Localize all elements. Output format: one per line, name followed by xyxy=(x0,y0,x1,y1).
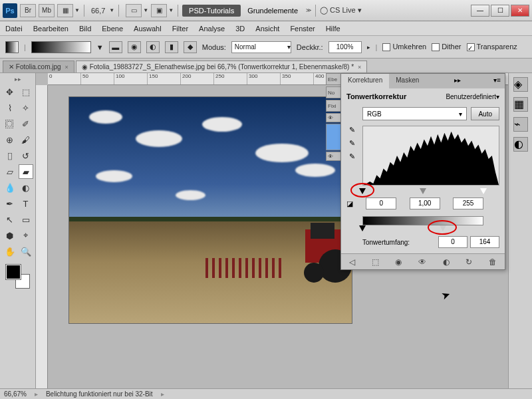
clip-to-layer-icon[interactable]: ◉ xyxy=(395,257,402,267)
move-tool[interactable]: ✥ xyxy=(3,84,17,99)
auto-button[interactable]: Auto xyxy=(471,107,499,120)
preset-dropdown[interactable]: Benutzerdefiniert ▾ xyxy=(446,93,499,100)
toggle-visibility-icon[interactable]: 👁 xyxy=(418,257,426,267)
marquee-tool[interactable]: ⬚ xyxy=(19,84,33,99)
tab-korrekturen[interactable]: Korrekturen xyxy=(341,74,389,88)
gradient-linear-button[interactable]: ▬ xyxy=(109,41,122,53)
blur-tool[interactable]: 💧 xyxy=(3,180,17,195)
trash-icon[interactable]: 🗑 xyxy=(489,257,497,267)
output-white-field[interactable]: 164 xyxy=(470,236,499,248)
input-gamma-slider[interactable] xyxy=(420,188,426,194)
heal-tool[interactable]: ⊕ xyxy=(3,132,17,147)
eyedropper-tool[interactable]: ✐ xyxy=(19,116,33,131)
ruler-vertical[interactable] xyxy=(36,85,48,388)
chevron-down-icon[interactable]: ▼ xyxy=(109,7,114,13)
expand-view-icon[interactable]: ⬚ xyxy=(372,257,379,267)
bridge-button[interactable]: Br xyxy=(20,4,36,17)
menu-ebene[interactable]: Ebene xyxy=(102,25,123,33)
menu-datei[interactable]: Datei xyxy=(5,25,23,33)
adjustments-panel-icon[interactable]: ◐ xyxy=(513,137,528,152)
gradient-preview[interactable] xyxy=(31,41,91,53)
menu-hilfe[interactable]: Hilfe xyxy=(326,25,340,33)
menu-bild[interactable]: Bild xyxy=(79,25,91,33)
menu-filter[interactable]: Filter xyxy=(172,25,188,33)
document-canvas[interactable] xyxy=(69,97,352,323)
maximize-button[interactable]: ☐ xyxy=(491,5,509,17)
reset-icon[interactable]: ↻ xyxy=(466,257,472,267)
workspace-grundelemente[interactable]: Grundelemente xyxy=(241,5,305,17)
3d-camera-tool[interactable]: ⌖ xyxy=(19,228,33,243)
gradient-reflected-button[interactable]: ▮ xyxy=(165,41,178,53)
gradient-angle-button[interactable]: ◐ xyxy=(146,41,160,53)
paths-panel-icon[interactable]: ⌁ xyxy=(513,117,528,132)
input-white-slider[interactable] xyxy=(480,188,487,194)
toolbox-collapse-icon[interactable]: ▸▸ xyxy=(15,76,21,82)
close-icon[interactable]: × xyxy=(65,64,68,70)
eyedropper-black-icon[interactable]: ✎ xyxy=(346,126,357,136)
transparency-checkbox[interactable]: Transparenz xyxy=(467,43,517,51)
chevron-down-icon[interactable]: ▼ xyxy=(74,7,80,13)
gradient-diamond-button[interactable]: ◆ xyxy=(184,41,197,53)
stamp-tool[interactable]: ⌷ xyxy=(3,148,17,163)
type-tool[interactable]: T xyxy=(19,196,33,211)
hand-tool[interactable]: ✋ xyxy=(3,244,17,259)
crop-tool[interactable]: ⿴ xyxy=(3,116,17,131)
brush-tool[interactable]: 🖌 xyxy=(19,132,33,147)
view-extras-button[interactable]: ▦ xyxy=(57,4,73,17)
input-black-slider[interactable] xyxy=(359,188,366,194)
minimize-button[interactable]: — xyxy=(471,5,489,17)
path-tool[interactable]: ↖ xyxy=(3,212,17,227)
color-swatches[interactable] xyxy=(6,265,30,289)
eyedropper-white-icon[interactable]: ✎ xyxy=(346,152,357,163)
menu-fenster[interactable]: Fenster xyxy=(290,25,315,33)
output-black-field[interactable]: 0 xyxy=(438,236,467,248)
opacity-scrubber-icon[interactable]: ▸ xyxy=(367,44,370,51)
layers-panel-icon[interactable]: ◈ xyxy=(513,77,528,92)
lasso-tool[interactable]: ⌇ xyxy=(3,100,17,115)
panel-menu-icon[interactable]: ▾≡ xyxy=(489,74,505,88)
zoom-tool[interactable]: 🔍 xyxy=(19,244,33,259)
workspace-more-icon[interactable]: ≫ xyxy=(306,7,311,13)
gradient-tool[interactable]: ▰ xyxy=(19,164,33,179)
panel-collapse-icon[interactable]: ▸▸ xyxy=(450,74,465,88)
output-white-slider[interactable] xyxy=(440,225,446,231)
opacity-field[interactable]: 100% xyxy=(329,41,362,53)
chevron-down-icon[interactable]: ▼ xyxy=(96,43,104,51)
eyedropper-gray-icon[interactable]: ✎ xyxy=(346,139,357,150)
history-brush-tool[interactable]: ↺ xyxy=(19,148,33,163)
arrange-button[interactable]: ▭ xyxy=(126,4,142,17)
cslive-button[interactable]: ◯ CS Live ▾ xyxy=(320,6,362,15)
chevron-down-icon[interactable]: ▼ xyxy=(143,7,148,13)
reverse-checkbox[interactable]: Umkehren xyxy=(382,43,426,51)
status-zoom[interactable]: 66,67% xyxy=(4,390,27,398)
zoom-level[interactable]: 66,7 xyxy=(91,7,105,15)
wand-tool[interactable]: ✧ xyxy=(19,100,33,115)
output-black-slider[interactable] xyxy=(359,225,366,231)
input-white-field[interactable]: 255 xyxy=(453,198,483,209)
menu-ansicht[interactable]: Ansicht xyxy=(255,25,279,33)
gradient-radial-button[interactable]: ◉ xyxy=(128,41,141,53)
menu-3d[interactable]: 3D xyxy=(235,25,245,33)
dodge-tool[interactable]: ◐ xyxy=(19,180,33,195)
screen-mode-button[interactable]: ▣ xyxy=(151,4,167,17)
input-black-field[interactable]: 0 xyxy=(366,198,396,209)
shape-tool[interactable]: ▭ xyxy=(19,212,33,227)
chevron-down-icon[interactable]: ▼ xyxy=(168,7,174,13)
eraser-tool[interactable]: ▱ xyxy=(3,164,17,179)
foreground-color[interactable] xyxy=(6,265,21,279)
channel-dropdown[interactable]: RGB▾ xyxy=(362,107,467,120)
tab-masken[interactable]: Masken xyxy=(389,74,426,88)
close-icon[interactable]: × xyxy=(358,64,361,70)
view-previous-icon[interactable]: ◐ xyxy=(443,257,450,267)
close-button[interactable]: ✕ xyxy=(511,5,529,17)
return-to-list-icon[interactable]: ◁ xyxy=(349,257,355,267)
input-gamma-field[interactable]: 1,00 xyxy=(410,198,440,209)
pen-tool[interactable]: ✒ xyxy=(3,196,17,211)
menu-analyse[interactable]: Analyse xyxy=(199,25,225,33)
3d-tool[interactable]: ⬢ xyxy=(3,228,17,243)
mode-dropdown[interactable]: Normal ▾ xyxy=(231,41,291,53)
channels-panel-icon[interactable]: ▦ xyxy=(513,97,528,112)
menu-bearbeiten[interactable]: Bearbeiten xyxy=(33,25,68,33)
workspace-psd-tutorials[interactable]: PSD-Tutorials xyxy=(182,5,241,17)
menu-auswahl[interactable]: Auswahl xyxy=(134,25,162,33)
